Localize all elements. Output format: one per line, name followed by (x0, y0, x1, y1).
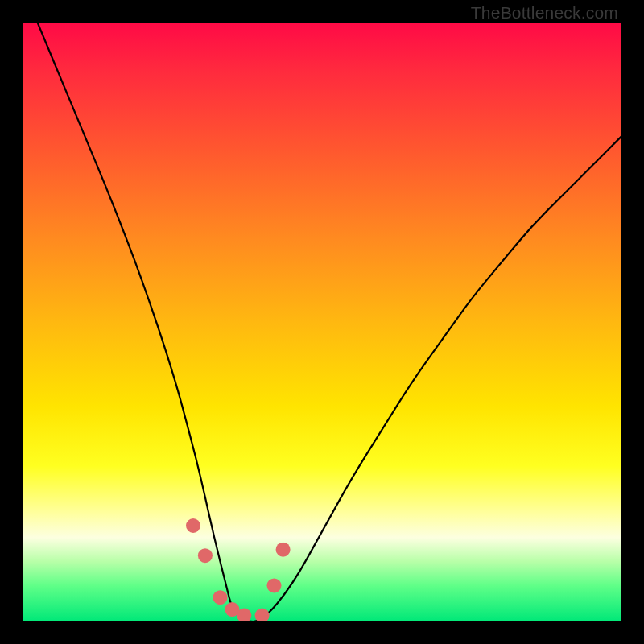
marker-dot (186, 518, 200, 533)
marker-dot (213, 590, 228, 605)
chart-frame: TheBottleneck.com (0, 0, 644, 644)
bottleneck-curve (23, 23, 621, 621)
plot-area (23, 23, 621, 621)
marker-dot (255, 609, 270, 621)
marker-dot (267, 578, 282, 592)
marker-dot (276, 543, 291, 557)
marker-dot (198, 548, 213, 563)
bottleneck-curve-svg (23, 23, 621, 621)
watermark-text: TheBottleneck.com (471, 3, 618, 23)
